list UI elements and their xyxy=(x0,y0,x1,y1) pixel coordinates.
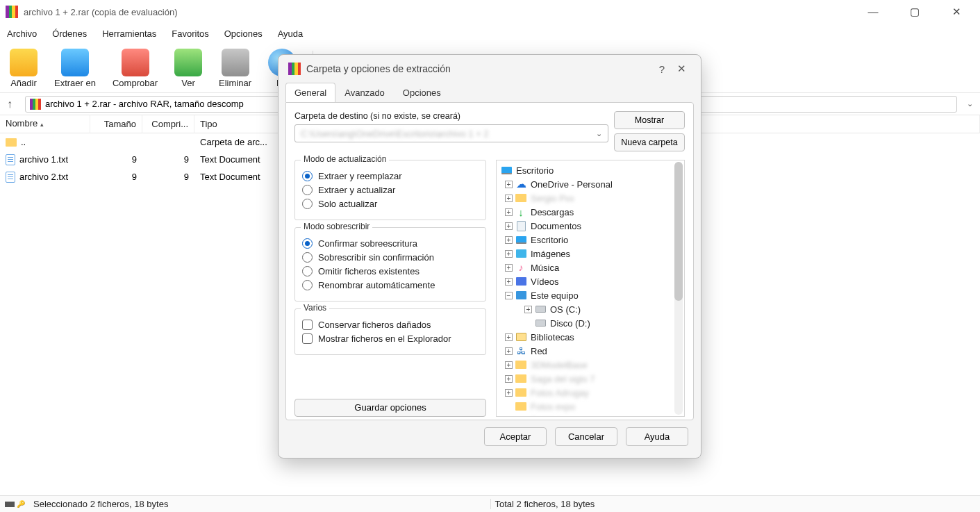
tree-disk-d[interactable]: +Disco (D:) xyxy=(498,316,683,330)
document-icon xyxy=(6,154,15,165)
tree-folder[interactable]: +Juegos xyxy=(498,413,683,417)
show-button[interactable]: Mostrar xyxy=(614,111,685,129)
radio-skip-existing[interactable]: Omitir ficheros existentes xyxy=(302,266,479,276)
menu-tools[interactable]: Herramientas xyxy=(102,28,156,39)
menu-file[interactable]: Archivo xyxy=(7,28,37,39)
radio-icon xyxy=(302,238,313,249)
dialog-help-icon[interactable]: ? xyxy=(652,63,672,75)
tree-onedrive[interactable]: +☁OneDrive - Personal xyxy=(498,177,683,191)
dialog-footer: Aceptar Cancelar Ayuda xyxy=(279,420,701,453)
toolbar-test[interactable]: Comprobar xyxy=(113,49,158,88)
radio-label: Sobrescribir sin confirmación xyxy=(318,252,434,263)
toolbar-extract[interactable]: Extraer en xyxy=(54,49,96,88)
tree-folder[interactable]: +3DModelBase xyxy=(498,358,683,372)
minimize-button[interactable]: — xyxy=(859,6,887,18)
tree-desktop[interactable]: Escritorio xyxy=(498,163,683,177)
expand-icon[interactable]: + xyxy=(505,389,513,397)
chevron-down-icon[interactable]: ⌄ xyxy=(596,129,602,138)
tree-videos[interactable]: +Vídeos xyxy=(498,274,683,288)
expand-icon[interactable]: + xyxy=(505,250,513,258)
maximize-button[interactable]: ▢ xyxy=(901,6,929,18)
close-button[interactable]: ✕ xyxy=(942,6,970,18)
tree-scrollbar-thumb[interactable] xyxy=(674,162,683,301)
expand-icon[interactable]: + xyxy=(505,195,513,202)
dialog-close-icon[interactable]: ✕ xyxy=(672,63,691,75)
radio-label: Omitir ficheros existentes xyxy=(318,266,420,276)
tree-os-c[interactable]: +OS (C:) xyxy=(498,302,683,316)
tab-general[interactable]: General xyxy=(285,83,335,102)
winrar-icon xyxy=(30,99,41,110)
tree-folder[interactable]: +Fotos expo xyxy=(498,399,683,413)
tree-label: Descargas xyxy=(531,207,574,217)
tree-label: Disco (D:) xyxy=(550,318,590,329)
radio-only-update[interactable]: Solo actualizar xyxy=(302,199,479,209)
radio-rename-auto[interactable]: Renombrar automáticamente xyxy=(302,280,479,290)
menu-help[interactable]: Ayuda xyxy=(278,28,304,39)
cloud-icon: ☁ xyxy=(515,179,526,190)
radio-extract-update[interactable]: Extraer y actualizar xyxy=(302,185,479,195)
check-show-explorer[interactable]: Mostrar ficheros en el Explorador xyxy=(302,333,479,344)
expand-icon[interactable]: + xyxy=(505,208,513,216)
toolbar-view[interactable]: Ver xyxy=(174,49,202,88)
expand-icon[interactable]: + xyxy=(505,181,513,188)
tree-folder[interactable]: +Fotos Adrugay xyxy=(498,386,683,399)
toolbar-delete[interactable]: Eliminar xyxy=(219,49,251,88)
expand-icon[interactable]: + xyxy=(505,222,513,230)
file-size: 9 xyxy=(90,154,142,165)
save-options-button[interactable]: Guardar opciones xyxy=(294,399,486,417)
destination-label: Carpeta de destino (si no existe, se cre… xyxy=(294,111,608,121)
menu-commands[interactable]: Órdenes xyxy=(52,28,87,39)
tree-documents[interactable]: +Documentos xyxy=(498,219,683,233)
tree-thispc[interactable]: −Este equipo xyxy=(498,288,683,302)
tab-advanced[interactable]: Avanzado xyxy=(335,83,394,102)
tree-user[interactable]: +Sergio Pxx xyxy=(498,191,683,205)
collapse-icon[interactable]: − xyxy=(505,292,513,299)
toolbar-add[interactable]: Añadir xyxy=(10,49,38,88)
file-name: .. xyxy=(21,137,26,147)
tree-images[interactable]: +Imágenes xyxy=(498,247,683,261)
tree-music[interactable]: +♪Música xyxy=(498,261,683,274)
add-icon xyxy=(10,49,38,76)
tree-network[interactable]: +🖧Red xyxy=(498,344,683,358)
group-overwrite-mode: Modo sobrescribir Confirmar sobreescritu… xyxy=(294,227,486,302)
expand-icon[interactable]: + xyxy=(505,278,513,286)
help-button[interactable]: Ayuda xyxy=(626,427,688,446)
music-icon: ♪ xyxy=(515,262,526,273)
radio-confirm-overwrite[interactable]: Confirmar sobreescritura xyxy=(302,238,479,249)
col-size[interactable]: Tamaño xyxy=(90,115,142,133)
radio-icon xyxy=(302,266,313,276)
tree-folder[interactable]: +Saga del siglo 7 xyxy=(498,372,683,386)
tree-label: Saga del siglo 7 xyxy=(531,374,595,384)
window-title: archivo 1 + 2.rar (copia de evaluación) xyxy=(24,7,859,17)
tab-options[interactable]: Opciones xyxy=(394,83,450,102)
expand-icon[interactable]: + xyxy=(505,361,513,369)
menu-favorites[interactable]: Favoritos xyxy=(172,28,208,39)
tree-libraries[interactable]: +Bibliotecas xyxy=(498,330,683,344)
tree-downloads[interactable]: +↓Descargas xyxy=(498,205,683,219)
expand-icon[interactable]: + xyxy=(505,333,513,341)
col-compressed[interactable]: Compri... xyxy=(142,115,194,133)
col-name[interactable]: Nombre ▴ xyxy=(0,115,90,133)
tree-label: OS (C:) xyxy=(550,304,581,315)
check-label: Conservar ficheros dañados xyxy=(318,320,431,330)
expand-icon[interactable]: + xyxy=(505,236,513,244)
expand-icon[interactable]: + xyxy=(505,264,513,272)
expand-icon[interactable]: + xyxy=(505,347,513,355)
status-right: Total 2 ficheros, 18 bytes xyxy=(490,499,981,509)
folder-tree[interactable]: Escritorio +☁OneDrive - Personal +Sergio… xyxy=(496,160,685,417)
ok-button[interactable]: Aceptar xyxy=(484,427,547,446)
check-keep-broken[interactable]: Conservar ficheros dañados xyxy=(302,320,479,330)
destination-combo[interactable]: C:\Users\ang\OneDrive\Escritorio\archivo… xyxy=(294,124,608,142)
cancel-button[interactable]: Cancelar xyxy=(555,427,617,446)
file-name: archivo 2.txt xyxy=(19,172,68,182)
path-dropdown-icon[interactable]: ⌄ xyxy=(967,99,973,108)
expand-icon[interactable]: + xyxy=(505,375,513,383)
radio-extract-replace[interactable]: Extraer y reemplazar xyxy=(302,171,479,181)
up-icon[interactable]: ↑ xyxy=(7,98,19,110)
tree-desk2[interactable]: +Escritorio xyxy=(498,233,683,247)
expand-icon[interactable]: + xyxy=(524,306,532,313)
network-icon: 🖧 xyxy=(515,345,526,356)
menu-options[interactable]: Opciones xyxy=(224,28,263,39)
radio-overwrite-noask[interactable]: Sobrescribir sin confirmación xyxy=(302,252,479,263)
new-folder-button[interactable]: Nueva carpeta xyxy=(614,133,685,151)
